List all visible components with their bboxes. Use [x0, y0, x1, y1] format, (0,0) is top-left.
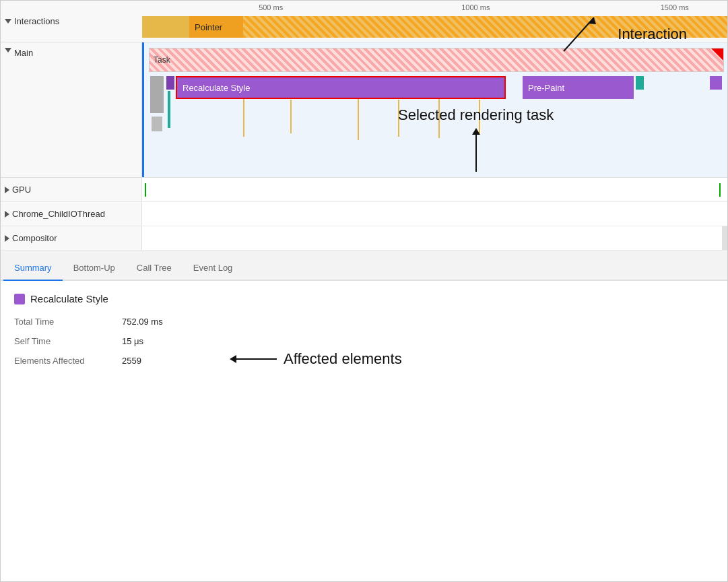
tab-call-tree[interactable]: Call Tree	[126, 257, 183, 281]
gpu-label: GPU	[1, 178, 142, 201]
rendering-arrow	[472, 128, 480, 172]
total-time-row: Total Time 752.09 ms	[14, 317, 714, 327]
gpu-content	[142, 178, 727, 201]
rendering-text: Selected rendering task	[398, 106, 554, 124]
tick-2	[290, 100, 292, 133]
small-purple-1	[166, 76, 174, 90]
tabs-bar: Summary Bottom-Up Call Tree Event Log	[1, 251, 727, 281]
gpu-row: GPU	[1, 178, 727, 202]
prepaint-label: Pre-Paint	[528, 83, 564, 93]
time-ruler: 500 ms 1000 ms 1500 ms	[142, 1, 727, 14]
summary-panel: Recalculate Style Total Time 752.09 ms S…	[1, 281, 727, 378]
tick-5	[438, 98, 440, 138]
affected-elements-row: Elements Affected 2559 Affected elements	[14, 356, 714, 366]
tick-3	[358, 96, 359, 140]
main-timeline: Task Recalculate Style Pre-Paint	[142, 42, 727, 177]
time-label-1000: 1000 ms	[461, 3, 490, 11]
collapse-main-icon[interactable]	[5, 48, 11, 53]
compositor-content	[142, 226, 727, 250]
total-time-label: Total Time	[14, 317, 122, 327]
affected-annotation-text: Affected elements	[284, 350, 402, 368]
tick-6	[479, 100, 480, 133]
task-label: Task	[154, 55, 170, 65]
tab-event-log[interactable]: Event Log	[183, 257, 244, 281]
time-label-1500: 1500 ms	[661, 3, 689, 11]
self-time-value: 15 μs	[122, 336, 143, 346]
main-text: Main	[14, 48, 33, 58]
total-time-value: 752.09 ms	[122, 317, 163, 327]
summary-title-text: Recalculate Style	[30, 293, 108, 304]
arrow-vertical-line	[475, 135, 477, 172]
tab-bottom-up[interactable]: Bottom-Up	[63, 257, 126, 281]
arrow-h-line	[236, 358, 277, 360]
main-row: Main Task Recalculate Style Pre-Paint	[1, 42, 727, 178]
elements-affected-label: Elements Affected	[14, 356, 122, 366]
gpu-green-line-1	[145, 183, 146, 197]
small-purple-2	[710, 76, 722, 90]
time-label-500: 500 ms	[259, 3, 283, 11]
gray-block-1	[150, 76, 164, 113]
recalc-bar[interactable]: Recalculate Style	[176, 76, 506, 99]
rendering-annotation: Selected rendering task	[398, 106, 554, 172]
recalc-label: Recalculate Style	[183, 83, 250, 93]
tab-summary[interactable]: Summary	[3, 257, 63, 281]
interactions-timeline: 500 ms 1000 ms 1500 ms Pointer	[142, 1, 727, 42]
pointer-bar: Pointer	[142, 14, 727, 40]
self-time-row: Self Time 15 μs	[14, 336, 714, 346]
arrowhead-left-icon	[230, 355, 236, 363]
gray-block-2	[152, 117, 162, 131]
chrome-text: Chrome_ChildIOThread	[12, 209, 105, 219]
interactions-text: Interactions	[14, 16, 59, 26]
pointer-hatched-bar	[243, 16, 727, 38]
chrome-row: Chrome_ChildIOThread	[1, 202, 727, 226]
self-time-label: Self Time	[14, 336, 122, 346]
expand-chrome-icon[interactable]	[5, 211, 9, 218]
main-label: Main	[1, 42, 142, 177]
elements-affected-value: 2559	[122, 356, 141, 366]
small-green-1	[168, 91, 170, 128]
pointer-label: Pointer	[189, 16, 243, 38]
gpu-text: GPU	[12, 185, 31, 195]
pointer-yellow-block	[142, 16, 189, 38]
summary-color-swatch	[14, 294, 25, 304]
collapse-interactions-icon[interactable]	[5, 19, 11, 24]
expand-compositor-icon[interactable]	[5, 235, 9, 242]
gpu-green-line-2	[719, 183, 721, 197]
compositor-row: Compositor	[1, 226, 727, 251]
expand-gpu-icon[interactable]	[5, 187, 9, 193]
chrome-label: Chrome_ChildIOThread	[1, 202, 142, 226]
summary-title: Recalculate Style	[14, 293, 714, 304]
affected-annotation: Affected elements	[230, 350, 402, 368]
affected-arrow	[230, 355, 277, 363]
chrome-content	[142, 202, 727, 226]
interactions-label: Interactions	[1, 16, 142, 26]
blue-left-border	[142, 42, 144, 177]
small-green-2	[636, 76, 644, 90]
tick-4	[398, 100, 399, 137]
interactions-row: Interactions 500 ms 1000 ms 1500 ms Poin…	[1, 1, 727, 42]
compositor-label: Compositor	[1, 226, 142, 250]
compositor-text: Compositor	[12, 233, 57, 243]
tick-1	[243, 96, 244, 137]
prepaint-bar[interactable]: Pre-Paint	[523, 76, 634, 99]
task-bar[interactable]: Task	[149, 48, 724, 72]
